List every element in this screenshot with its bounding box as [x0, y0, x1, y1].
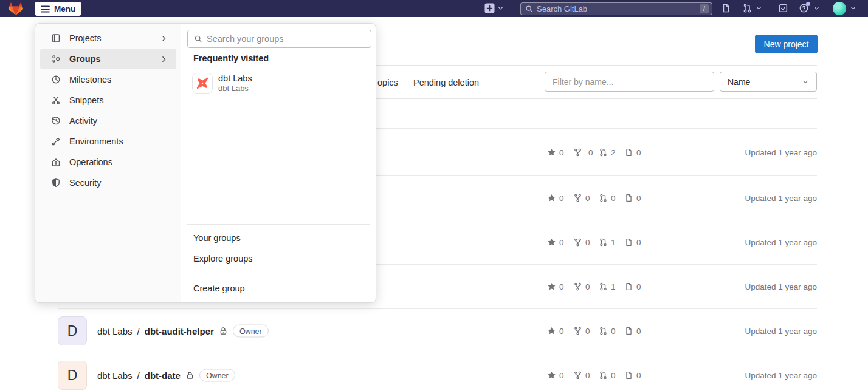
- todo-icon[interactable]: [778, 3, 788, 13]
- menu-item-label: Environments: [69, 137, 123, 146]
- project-namespace[interactable]: dbt Labs: [97, 370, 133, 381]
- menu-button[interactable]: Menu: [35, 2, 81, 16]
- create-group-link[interactable]: Create group: [193, 284, 245, 293]
- scissors-icon: [51, 95, 61, 105]
- merge-requests-stat[interactable]: 0: [599, 327, 616, 336]
- filter-by-name-input[interactable]: [545, 72, 714, 92]
- stars-stat[interactable]: 0: [547, 371, 564, 380]
- project-row: D dbt Labs / dbt-audit-helper Owner 0 0 …: [58, 309, 817, 353]
- issues-icon[interactable]: [721, 3, 731, 13]
- merge-requests-stat[interactable]: 0: [599, 194, 616, 203]
- new-project-button[interactable]: New project: [755, 35, 818, 53]
- updated-label: Updated 1 year ago: [745, 371, 817, 380]
- merge-request-icon[interactable]: [742, 3, 753, 13]
- search-shortcut-key: /: [700, 4, 709, 13]
- menu-item-label: Security: [69, 178, 101, 188]
- merge-requests-stat[interactable]: 1: [599, 238, 616, 247]
- sort-dropdown-value: Name: [728, 77, 750, 87]
- stars-stat[interactable]: 0: [547, 194, 564, 203]
- stars-stat[interactable]: 0: [547, 148, 564, 157]
- menu-item-projects[interactable]: Projects: [40, 28, 176, 49]
- tab-pending-deletion[interactable]: Pending deletion: [413, 78, 479, 87]
- forks-stat[interactable]: 0: [573, 148, 593, 157]
- gitlab-logo-icon[interactable]: [8, 1, 24, 19]
- menu-item-snippets[interactable]: Snippets: [40, 90, 176, 110]
- menu-dropdown-left-column: Projects Groups Milestones Snippets Acti…: [35, 24, 181, 302]
- merge-requests-stat[interactable]: 1: [599, 282, 616, 291]
- menu-item-label: Snippets: [69, 95, 103, 105]
- global-search[interactable]: /: [520, 2, 712, 15]
- menu-button-label: Menu: [54, 4, 75, 13]
- project-namespace[interactable]: dbt Labs: [97, 326, 133, 336]
- updated-label: Updated 1 year ago: [745, 282, 817, 291]
- frequent-group-dbt-labs[interactable]: dbt Labs dbt Labs: [192, 73, 252, 93]
- issues-stat[interactable]: 0: [624, 238, 641, 247]
- updated-label: Updated 1 year ago: [745, 148, 817, 157]
- lock-icon: [185, 371, 195, 380]
- environment-icon: [51, 137, 61, 146]
- issues-stat[interactable]: 0: [624, 148, 641, 157]
- sort-dropdown[interactable]: Name: [720, 72, 817, 92]
- groups-icon: [51, 54, 61, 64]
- menu-item-environments[interactable]: Environments: [40, 131, 176, 152]
- forks-stat[interactable]: 0: [573, 327, 590, 336]
- groups-search-input[interactable]: [207, 34, 365, 44]
- project-name[interactable]: dbt-audit-helper: [145, 326, 214, 336]
- updated-label: Updated 1 year ago: [745, 194, 817, 203]
- namespace-separator: /: [137, 326, 140, 336]
- menu-item-label: Projects: [69, 33, 101, 43]
- groups-search[interactable]: [187, 30, 371, 48]
- help-chevron-down-icon[interactable]: [813, 5, 820, 12]
- issues-stat[interactable]: 0: [624, 327, 641, 336]
- role-badge: Owner: [233, 325, 269, 338]
- namespace-separator: /: [137, 370, 140, 381]
- chevron-right-icon: [160, 55, 168, 63]
- chevron-right-icon: [160, 35, 168, 42]
- notification-dot: [806, 2, 810, 6]
- issues-stat[interactable]: 0: [624, 194, 641, 203]
- stars-stat[interactable]: 0: [547, 282, 564, 291]
- project-name[interactable]: dbt-date: [145, 370, 181, 381]
- explore-groups-link[interactable]: Explore groups: [193, 254, 253, 264]
- global-search-input[interactable]: [537, 4, 696, 13]
- hamburger-icon: [41, 5, 50, 13]
- top-navbar: Menu /: [0, 0, 868, 17]
- updated-label: Updated 1 year ago: [745, 327, 817, 336]
- project-avatar[interactable]: D: [58, 316, 87, 345]
- merge-requests-stat[interactable]: 2: [599, 148, 616, 157]
- menu-item-activity[interactable]: Activity: [40, 110, 176, 131]
- menu-dropdown-panel: Projects Groups Milestones Snippets Acti…: [35, 23, 376, 303]
- merge-requests-stat[interactable]: 0: [599, 371, 616, 380]
- divider: [187, 274, 370, 274]
- forks-stat[interactable]: 0: [573, 371, 590, 380]
- help-icon[interactable]: [799, 3, 809, 13]
- tab-explore-topics[interactable]: opics: [377, 78, 398, 87]
- shield-icon: [51, 178, 61, 188]
- updated-label: Updated 1 year ago: [745, 238, 817, 247]
- issues-stat[interactable]: 0: [624, 371, 641, 380]
- avatar-chevron-down-icon[interactable]: [850, 5, 856, 12]
- forks-stat[interactable]: 0: [573, 238, 590, 247]
- menu-item-milestones[interactable]: Milestones: [40, 69, 176, 90]
- forks-stat[interactable]: 0: [573, 194, 590, 203]
- group-subtitle: dbt Labs: [218, 84, 252, 93]
- mr-chevron-down-icon[interactable]: [756, 5, 762, 12]
- menu-item-operations[interactable]: Operations: [40, 152, 176, 172]
- user-avatar[interactable]: [833, 2, 846, 15]
- lock-icon: [219, 327, 228, 336]
- issues-stat[interactable]: 0: [624, 282, 641, 291]
- stars-stat[interactable]: 0: [547, 327, 564, 336]
- project-avatar[interactable]: D: [58, 361, 87, 390]
- stars-stat[interactable]: 0: [547, 238, 564, 247]
- project-row: D dbt Labs / dbt-date Owner 0 0 0 0 Upda…: [58, 353, 817, 391]
- history-icon: [51, 116, 61, 126]
- frequently-visited-title: Frequently visited: [193, 53, 269, 63]
- forks-stat[interactable]: 0: [573, 282, 590, 291]
- your-groups-link[interactable]: Your groups: [193, 233, 241, 243]
- clock-icon: [51, 75, 61, 84]
- group-title: dbt Labs: [218, 73, 252, 84]
- new-plus-icon[interactable]: [484, 3, 495, 13]
- plus-chevron-down-icon[interactable]: [497, 5, 504, 12]
- menu-item-security[interactable]: Security: [40, 172, 176, 193]
- menu-item-groups[interactable]: Groups: [40, 49, 176, 69]
